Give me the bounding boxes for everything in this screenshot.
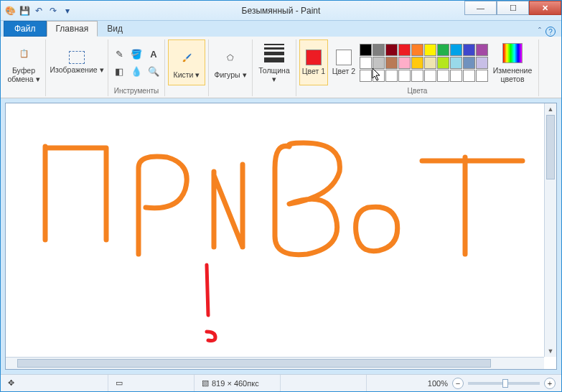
zoom-knob[interactable] — [502, 379, 508, 388]
color1-swatch — [306, 50, 322, 65]
zoom-control: 100% − + — [422, 378, 561, 389]
horizontal-scrollbar[interactable] — [6, 357, 544, 369]
ribbon: 📋 Буфер обмена ▾ Изображение ▾ ✎ 🪣 — [1, 37, 561, 98]
size-icon — [263, 42, 286, 65]
color-swatch[interactable] — [373, 44, 385, 56]
shapes-icon: ⬠ — [219, 46, 242, 69]
edit-colors-label: Изменение цветов — [490, 66, 535, 83]
zoom-in-button[interactable]: + — [544, 378, 556, 389]
rainbow-icon — [502, 43, 523, 63]
zoom-out-button[interactable]: − — [452, 378, 464, 389]
color-swatch[interactable] — [450, 70, 462, 82]
dims-icon: ▧ — [202, 378, 209, 388]
color-swatch[interactable] — [450, 44, 462, 56]
clipboard-label: Буфер обмена ▾ — [6, 66, 42, 83]
qat-undo[interactable]: ↶ — [32, 4, 45, 17]
canvas[interactable]: ▲ ▼ — [5, 103, 557, 370]
color-swatch[interactable] — [463, 57, 475, 69]
clipboard-button[interactable]: 📋 Буфер обмена ▾ — [5, 39, 42, 85]
color2-swatch — [336, 50, 352, 65]
palette-row-1 — [360, 44, 488, 56]
brushes-button[interactable]: 🖌️ Кисти ▾ — [168, 39, 205, 85]
color-swatch[interactable] — [450, 57, 462, 69]
pencil-tool[interactable]: ✎ — [111, 46, 127, 62]
qat-custom[interactable]: ▾ — [61, 4, 74, 17]
color-swatch[interactable] — [476, 44, 488, 56]
palette-row-2 — [360, 57, 488, 69]
image-button[interactable]: Изображение ▾ — [49, 39, 105, 85]
fill-tool[interactable]: 🪣 — [128, 46, 144, 62]
scroll-down-icon[interactable]: ▼ — [545, 345, 556, 357]
color-swatch[interactable] — [411, 70, 423, 82]
color1-button[interactable]: Цвет 1 — [299, 39, 328, 85]
color-swatch[interactable] — [424, 57, 436, 69]
color-swatch[interactable] — [437, 44, 449, 56]
crosshair-icon: ✥ — [8, 378, 14, 388]
scroll-up-icon[interactable]: ▲ — [545, 103, 556, 115]
zoom-slider[interactable] — [468, 382, 540, 385]
color-swatch[interactable] — [373, 70, 385, 82]
status-size — [281, 375, 367, 391]
app-window: 🎨 💾 ↶ ↷ ▾ Безымянный - Paint — ☐ ✕ Файл … — [0, 0, 562, 392]
vertical-scrollbar[interactable]: ▲ ▼ — [544, 103, 556, 357]
palette-row-3 — [360, 70, 488, 82]
scroll-thumb-h[interactable] — [17, 359, 491, 368]
select-icon — [69, 51, 85, 64]
color-swatch[interactable] — [476, 57, 488, 69]
qat-redo[interactable]: ↷ — [47, 4, 60, 17]
edit-colors-button[interactable]: Изменение цветов — [490, 39, 535, 85]
maximize-button[interactable]: ☐ — [497, 1, 529, 15]
color-swatch[interactable] — [476, 70, 488, 82]
color-swatch[interactable] — [463, 44, 475, 56]
color-swatch[interactable] — [411, 44, 423, 56]
qat-save[interactable]: 💾 — [18, 4, 31, 17]
tools-group-label: Инструменты — [114, 85, 159, 96]
size-button[interactable]: Толщина ▾ — [256, 39, 293, 85]
selection-icon: ▭ — [116, 378, 123, 388]
text-tool[interactable]: A — [146, 46, 161, 62]
close-button[interactable]: ✕ — [529, 1, 561, 15]
tab-view[interactable]: Вид — [98, 21, 132, 37]
zoom-tool[interactable]: 🔍 — [146, 63, 161, 79]
minimize-button[interactable]: — — [464, 1, 497, 15]
brushes-label: Кисти ▾ — [174, 70, 200, 79]
color1-label: Цвет 1 — [302, 67, 325, 75]
status-pos: ✥ — [1, 375, 108, 391]
ribbon-tabs: Файл Главная Вид ˆ ? — [1, 21, 561, 37]
status-sel: ▭ — [108, 375, 195, 391]
color2-button[interactable]: Цвет 2 — [329, 39, 358, 85]
color-swatch[interactable] — [385, 57, 398, 69]
color-swatch[interactable] — [360, 70, 372, 82]
color-swatch[interactable] — [424, 70, 436, 82]
status-bar: ✥ ▭ ▧819 × 460пкс 100% − + — [1, 374, 561, 391]
color-swatch[interactable] — [373, 57, 385, 69]
zoom-value: 100% — [428, 379, 448, 388]
color-swatch[interactable] — [463, 70, 475, 82]
scroll-thumb-v[interactable] — [546, 115, 555, 179]
color-swatch[interactable] — [360, 57, 372, 69]
help-icon[interactable]: ? — [545, 27, 556, 37]
color-swatch[interactable] — [437, 57, 449, 69]
tab-home[interactable]: Главная — [47, 21, 98, 37]
color-swatch[interactable] — [385, 70, 398, 82]
picker-tool[interactable]: 💧 — [128, 63, 144, 79]
color-swatch[interactable] — [411, 57, 423, 69]
color2-label: Цвет 2 — [332, 67, 355, 75]
color-swatch[interactable] — [398, 57, 411, 69]
window-title: Безымянный - Paint — [242, 6, 321, 16]
tools-grid: ✎ 🪣 A ◧ 💧 🔍 — [111, 46, 161, 79]
titlebar: 🎨 💾 ↶ ↷ ▾ Безымянный - Paint — ☐ ✕ — [1, 1, 561, 21]
color-swatch[interactable] — [398, 70, 411, 82]
color-swatch[interactable] — [360, 44, 372, 56]
drawing — [6, 103, 551, 362]
eraser-tool[interactable]: ◧ — [111, 63, 127, 79]
color-swatch[interactable] — [385, 44, 398, 56]
brush-icon: 🖌️ — [175, 46, 198, 69]
shapes-button[interactable]: ⬠ Фигуры ▾ — [212, 39, 249, 85]
color-swatch[interactable] — [398, 44, 411, 56]
tab-file[interactable]: Файл — [4, 21, 47, 37]
ribbon-collapse-icon[interactable]: ˆ — [538, 27, 541, 37]
color-swatch[interactable] — [437, 70, 449, 82]
colors-group-label: Цвета — [408, 85, 428, 96]
color-swatch[interactable] — [424, 44, 436, 56]
